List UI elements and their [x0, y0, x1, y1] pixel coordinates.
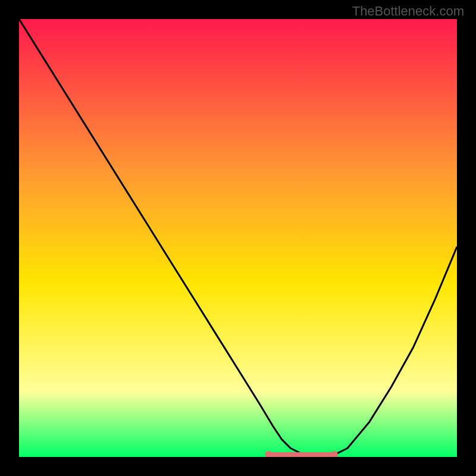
bottleneck-chart — [19, 19, 457, 457]
watermark-text: TheBottleneck.com — [352, 4, 464, 19]
chart-container — [19, 19, 457, 457]
svg-rect-0 — [269, 452, 334, 457]
gradient-bg — [19, 19, 457, 457]
